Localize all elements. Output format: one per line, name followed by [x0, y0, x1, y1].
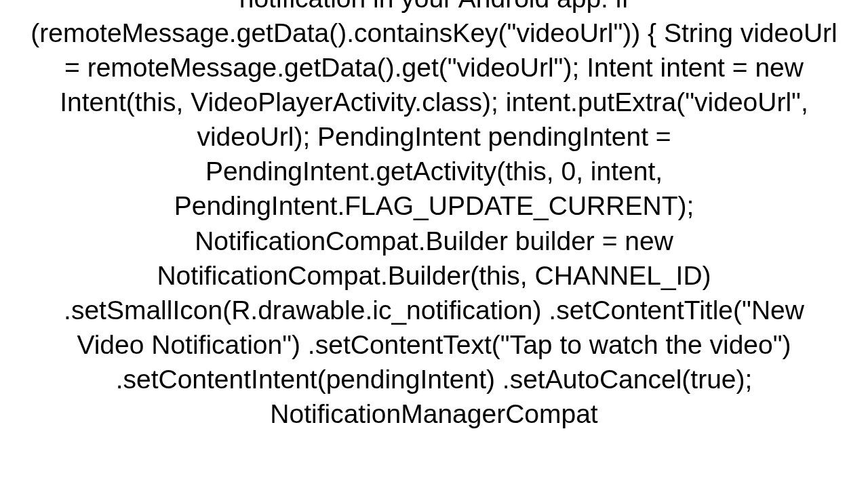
document-content: notification in your Android app: if (re… [0, 0, 868, 488]
code-text-block: notification in your Android app: if (re… [27, 0, 841, 431]
